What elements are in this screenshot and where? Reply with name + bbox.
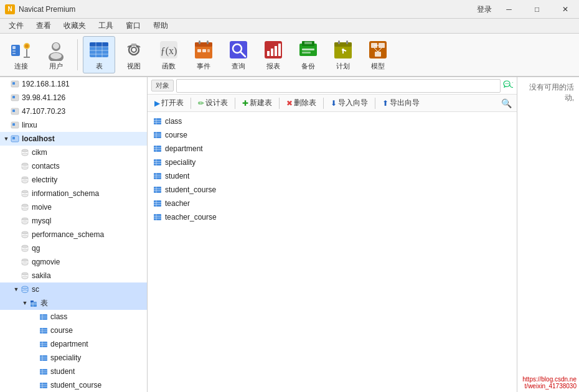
menu-window[interactable]: 窗口 bbox=[120, 19, 147, 34]
maximize-button[interactable]: □ bbox=[523, 0, 551, 19]
close-button[interactable]: ✕ bbox=[551, 0, 579, 19]
table-item-course[interactable]: course bbox=[148, 128, 517, 142]
sidebar-table-department[interactable]: department bbox=[0, 337, 147, 351]
sidebar-item-connection-4[interactable]: linxu bbox=[0, 118, 147, 132]
export-wizard-label: 导出向导 bbox=[390, 98, 420, 108]
svg-point-79 bbox=[22, 222, 28, 224]
db-sc-label: sc bbox=[32, 285, 39, 294]
sidebar-db-sakila[interactable]: sakila bbox=[0, 269, 147, 282]
sidebar-table-student[interactable]: student bbox=[0, 365, 147, 378]
svg-rect-37 bbox=[275, 46, 277, 56]
import-wizard-label: 导入向导 bbox=[338, 98, 368, 108]
table-item-teacher-course[interactable]: teacher_course bbox=[148, 210, 517, 224]
sidebar-db-qg[interactable]: qg bbox=[0, 241, 147, 255]
svg-point-128 bbox=[507, 83, 507, 84]
sidebar-tables-node[interactable]: ▼ 表 bbox=[0, 296, 147, 310]
toolbar-view[interactable]: 视图 bbox=[118, 36, 150, 73]
table-name: course bbox=[165, 131, 187, 139]
search-icon[interactable]: 🔍 bbox=[499, 98, 514, 108]
report-label: 报表 bbox=[266, 62, 280, 70]
svg-rect-53 bbox=[379, 43, 385, 48]
connection-icon bbox=[10, 79, 20, 89]
toggle-icon: ▼ bbox=[12, 286, 20, 293]
view-label: 视图 bbox=[127, 62, 141, 70]
toolbar-query[interactable]: 查询 bbox=[222, 36, 255, 73]
tables-label: 表 bbox=[40, 298, 48, 309]
new-table-icon: ✚ bbox=[242, 99, 248, 108]
svg-rect-30 bbox=[207, 49, 210, 52]
sidebar-item-connection-1[interactable]: 192.168.1.181 bbox=[0, 77, 147, 91]
svg-point-68 bbox=[22, 149, 28, 152]
sidebar-item-connection-2[interactable]: 39.98.41.126 bbox=[0, 91, 147, 105]
svg-rect-134 bbox=[154, 132, 161, 138]
table-item-speciality[interactable]: speciality bbox=[148, 156, 517, 169]
table-row-icon bbox=[39, 353, 49, 363]
toolbar-table[interactable]: 表 bbox=[83, 36, 115, 73]
sidebar-db-electrity[interactable]: electrity bbox=[0, 173, 147, 187]
toggle-icon bbox=[12, 231, 20, 238]
table-name: teacher_course bbox=[165, 213, 217, 222]
toolbar-event[interactable]: 事件 bbox=[187, 36, 220, 73]
toolbar-backup[interactable]: 备份 bbox=[292, 36, 324, 73]
table-item-teacher[interactable]: teacher bbox=[148, 197, 517, 210]
sidebar-db-contacts[interactable]: contacts bbox=[0, 159, 147, 173]
table-row-icon bbox=[39, 366, 49, 376]
svg-rect-107 bbox=[40, 355, 47, 361]
sidebar-table-speciality[interactable]: speciality bbox=[0, 351, 147, 365]
svg-rect-61 bbox=[12, 96, 15, 98]
svg-rect-2 bbox=[12, 50, 16, 52]
table-item-class[interactable]: class bbox=[148, 114, 517, 128]
object-search-input[interactable] bbox=[176, 79, 501, 93]
toolbar-report[interactable]: 报表 bbox=[257, 36, 290, 73]
db-icon bbox=[20, 202, 30, 212]
menu-file[interactable]: 文件 bbox=[2, 19, 30, 34]
design-table-button[interactable]: ✏ 设计表 bbox=[194, 96, 232, 110]
toggle-icon bbox=[2, 94, 10, 101]
login-button[interactable]: 登录 bbox=[471, 0, 498, 19]
import-wizard-button[interactable]: ⬇ 导入向导 bbox=[326, 96, 372, 110]
table-item-department[interactable]: department bbox=[148, 142, 517, 156]
open-table-button[interactable]: ▶ 打开表 bbox=[150, 96, 188, 110]
toggle-icon bbox=[31, 327, 39, 334]
svg-point-75 bbox=[22, 194, 28, 197]
menu-help[interactable]: 帮助 bbox=[147, 19, 174, 34]
tables-folder-icon bbox=[29, 298, 39, 308]
delete-table-button[interactable]: ✖ 删除表 bbox=[282, 96, 321, 110]
table-item-student[interactable]: student bbox=[148, 169, 517, 183]
toolbar-connect[interactable]: 连接 bbox=[5, 36, 37, 73]
sidebar-table-student-course[interactable]: student_course bbox=[0, 378, 147, 392]
menu-favorites[interactable]: 收藏夹 bbox=[57, 19, 92, 34]
menu-tools[interactable]: 工具 bbox=[92, 19, 120, 34]
sidebar-item-connection-3[interactable]: 47.107.70.23 bbox=[0, 105, 147, 118]
svg-rect-142 bbox=[154, 159, 161, 166]
toolbar-user[interactable]: 用户 bbox=[40, 36, 72, 73]
sidebar-db-information-schema[interactable]: information_schema bbox=[0, 187, 147, 200]
toggle-icon bbox=[12, 245, 20, 252]
open-table-label: 打开表 bbox=[161, 98, 184, 108]
table-item-student-course[interactable]: student_course bbox=[148, 183, 517, 197]
toolbar-model[interactable]: 模型 bbox=[362, 36, 394, 73]
sidebar-db-mysql[interactable]: mysql bbox=[0, 214, 147, 228]
db-icon bbox=[20, 271, 30, 281]
sidebar-item-localhost[interactable]: ▼ localhost bbox=[0, 132, 147, 146]
svg-rect-63 bbox=[12, 110, 15, 112]
delete-table-icon: ✖ bbox=[286, 99, 293, 108]
sidebar-db-moive[interactable]: moive bbox=[0, 200, 147, 214]
sidebar-db-qgmovie[interactable]: qgmovie bbox=[0, 255, 147, 269]
svg-point-70 bbox=[22, 163, 28, 166]
sidebar-db-sc[interactable]: ▼ sc bbox=[0, 282, 147, 296]
sidebar-table-course[interactable]: course bbox=[0, 324, 147, 337]
svg-point-127 bbox=[506, 83, 506, 84]
toolbar-function[interactable]: ƒ(x) 函数 bbox=[153, 36, 185, 73]
export-wizard-icon: ⬆ bbox=[382, 99, 388, 108]
minimize-button[interactable]: ─ bbox=[495, 0, 523, 19]
menu-view[interactable]: 查看 bbox=[30, 19, 57, 34]
toolbar-schedule[interactable]: 计划 bbox=[327, 36, 359, 73]
new-table-button[interactable]: ✚ 新建表 bbox=[238, 96, 276, 110]
svg-point-84 bbox=[22, 259, 28, 261]
sidebar-table-class[interactable]: class bbox=[0, 310, 147, 324]
sidebar-db-performance-schema[interactable]: performance_schema bbox=[0, 228, 147, 241]
sidebar-db-cikm[interactable]: cikm bbox=[0, 146, 147, 159]
svg-rect-26 bbox=[199, 40, 200, 44]
export-wizard-button[interactable]: ⬆ 导出向导 bbox=[378, 96, 424, 110]
